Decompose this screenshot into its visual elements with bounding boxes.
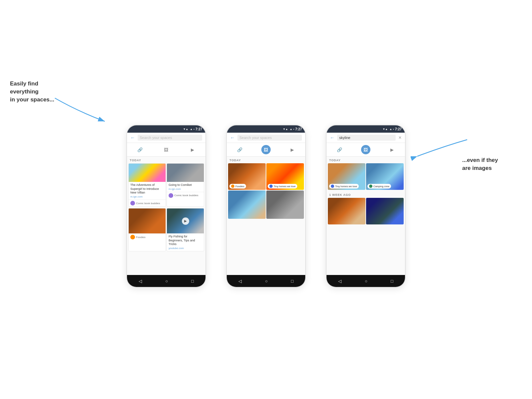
card-space-food: Foodies (136, 236, 145, 239)
img-city3[interactable] (366, 198, 404, 224)
tab-video-1[interactable]: ▶ (188, 145, 197, 154)
scene: Easily find everything in your spaces...… (0, 0, 532, 399)
section-week-3: 1 WEEK AGO (327, 191, 405, 198)
img-label-text-food2: Foodies (229, 184, 246, 189)
tab-video-3[interactable]: ▶ (387, 145, 397, 154)
card-avatar-food (130, 235, 135, 239)
status-icons-3: ▼▲ ▲ ▪ 7:27 (382, 127, 402, 131)
status-icons-1: ▼▲ ▲ ▪ 7:27 (183, 127, 202, 131)
section-today-2: TODAY (227, 157, 305, 163)
card-fishing[interactable]: ▶ Fly Fishing for Beginners, Tips and Tr… (167, 208, 204, 251)
space-name-cliff3: Camping crew (373, 185, 389, 188)
home-nav-2[interactable]: ○ (265, 279, 268, 284)
play-button-fishing[interactable]: ▶ (182, 217, 189, 225)
card-comiket[interactable]: Going to Comiket m.ign.com Comic book bu… (167, 163, 204, 207)
card-url-comiket: m.ign.com (169, 188, 202, 191)
tab-links-3[interactable]: 🔗 (335, 145, 344, 154)
tab-images-1[interactable]: 🖼 (162, 145, 171, 154)
time-display-2: 7:27 (295, 127, 302, 131)
img-cat[interactable] (266, 191, 304, 219)
content-1: TODAY The Adventures of Supergirl to Int… (127, 157, 205, 275)
arrow-right (411, 133, 470, 166)
space-name-food2: Foodies (235, 185, 244, 188)
search-bar-3[interactable]: ← skyline ✕ (327, 133, 405, 143)
recents-nav-2[interactable]: □ (291, 279, 294, 284)
back-nav-3[interactable]: ◁ (338, 279, 341, 284)
back-button-3[interactable]: ← (330, 135, 334, 140)
annotation-line1: Easily find everything (10, 80, 39, 95)
back-nav-1[interactable]: ◁ (139, 279, 142, 284)
card-image-supergirl (129, 164, 166, 182)
search-input-1[interactable]: Search your spaces (138, 135, 202, 141)
img-sunset[interactable]: Tiny homes we love (266, 163, 304, 190)
home-nav-1[interactable]: ○ (165, 279, 168, 284)
signal-icon: ▼▲ (183, 128, 188, 131)
img-food2[interactable]: Foodies (228, 163, 266, 190)
img-label-sunset: Tiny homes we love (266, 163, 304, 190)
status-bar-2: ▼▲ ▲ ▪ 7:27 (227, 125, 305, 133)
recents-nav-3[interactable]: □ (391, 279, 393, 284)
image-grid-2: Foodies Tiny homes we love (227, 163, 305, 220)
img-house3[interactable]: Tiny homes we love (328, 163, 365, 190)
content-3: TODAY Tiny homes we love (327, 157, 405, 275)
img-label-cliff3: Camping crew (366, 163, 404, 190)
home-nav-3[interactable]: ○ (365, 279, 367, 284)
card-body-comiket: Going to Comiket m.ign.com (167, 182, 204, 192)
signal-icon-2: ▼▲ (283, 128, 288, 131)
search-bar-1[interactable]: ← Search your spaces (127, 133, 205, 143)
card-image-fishing: ▶ (167, 208, 204, 233)
wifi-icon-2: ▲ (290, 128, 292, 131)
tab-links-2[interactable]: 🔗 (235, 145, 244, 154)
tab-video-2[interactable]: ▶ (288, 145, 297, 154)
card-supergirl[interactable]: The Adventures of Supergirl to Introduce… (128, 163, 166, 207)
phone-2: ▼▲ ▲ ▪ 7:27 ← Search your spaces 🔗 🖼 ▶ T… (226, 125, 306, 288)
image-grid-week-3 (327, 198, 405, 226)
card-footer-comiket: Comic book buddies (167, 192, 204, 199)
img-label-food2: Foodies (228, 163, 266, 190)
card-space-supergirl: Comic book buddies (136, 202, 160, 205)
content-2: TODAY Foodies Ti (227, 157, 305, 275)
card-avatar-comiket (169, 193, 173, 198)
space-name-house3: Tiny homes we love (335, 185, 357, 188)
recents-nav-1[interactable]: □ (191, 279, 194, 284)
img-cliff3[interactable]: Camping crew (366, 163, 404, 190)
tabs-3: 🔗 🖼 ▶ (327, 143, 405, 157)
search-bar-2[interactable]: ← Search your spaces (227, 133, 305, 143)
phone-3: ▼▲ ▲ ▪ 7:27 ← skyline ✕ 🔗 🖼 ▶ TODAY (326, 125, 406, 288)
card-title-supergirl: The Adventures of Supergirl to Introduce… (130, 183, 164, 195)
avatar-sunset (269, 185, 273, 188)
tab-images-3[interactable]: 🖼 (361, 145, 370, 154)
clear-search-button-3[interactable]: ✕ (398, 135, 402, 140)
phone-1: ▼▲ ▲ ▪ 7:27 ← Search your spaces 🔗 🖼 ▶ T… (126, 125, 206, 288)
card-footer-food: Foodies (129, 233, 166, 240)
annotation-left: Easily find everything in your spaces... (10, 80, 66, 103)
card-image-comiket (167, 164, 204, 182)
card-url-supergirl: m.ign.com (130, 195, 164, 198)
back-button-2[interactable]: ← (230, 135, 235, 140)
card-body-supergirl: The Adventures of Supergirl to Introduce… (129, 182, 166, 200)
image-grid-today-3: Tiny homes we love Camping crew (327, 163, 405, 191)
status-icons-2: ▼▲ ▲ ▪ 7:27 (283, 127, 302, 131)
annotation-line2: in your spaces... (10, 96, 54, 103)
card-food[interactable]: Foodies (128, 208, 166, 251)
img-mountain[interactable] (228, 191, 266, 219)
back-nav-2[interactable]: ◁ (238, 279, 242, 284)
card-image-food (129, 208, 166, 233)
tab-images-2[interactable]: 🖼 (261, 145, 271, 154)
search-input-3[interactable]: skyline (337, 135, 396, 141)
back-button-1[interactable]: ← (130, 135, 135, 140)
bottom-nav-2: ◁ ○ □ (227, 275, 305, 287)
search-input-2[interactable]: Search your spaces (237, 135, 302, 141)
tabs-2: 🔗 🖼 ▶ (227, 143, 305, 157)
card-space-comiket: Comic book buddies (174, 194, 198, 197)
wifi-icon-3: ▲ (389, 128, 392, 131)
space-name-sunset: Tiny homes we love (274, 185, 296, 188)
img-canyon3[interactable] (328, 198, 365, 224)
annotation-right-line1: ...even if they (462, 157, 498, 163)
tab-links-1[interactable]: 🔗 (135, 145, 145, 154)
battery-icon-3: ▪ (393, 128, 394, 131)
battery-icon-2: ▪ (293, 128, 294, 131)
bottom-nav-1: ◁ ○ □ (127, 275, 205, 287)
card-avatar-supergirl (130, 201, 135, 205)
avatar-cliff3 (369, 185, 372, 188)
